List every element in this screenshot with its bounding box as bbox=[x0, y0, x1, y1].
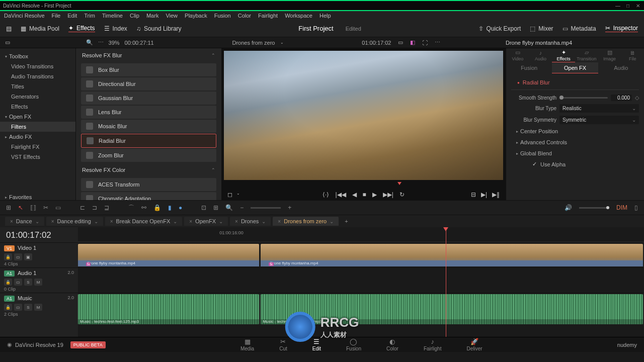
insp-tab-effects[interactable]: ✦Effects bbox=[552, 48, 575, 62]
viewer-scrubber[interactable] bbox=[221, 180, 506, 189]
mute-button[interactable]: M bbox=[34, 304, 42, 311]
page-color[interactable]: ◐Color bbox=[386, 338, 398, 351]
menu-trim[interactable]: Trim bbox=[84, 13, 95, 19]
fx-radial-blur[interactable]: Radial Blur bbox=[81, 134, 216, 148]
metadata-button[interactable]: ▭Metadata bbox=[562, 25, 596, 32]
arm-icon[interactable]: ▭ bbox=[14, 279, 22, 286]
zoom-out-icon[interactable]: − bbox=[240, 204, 244, 211]
marker-icon[interactable]: ● bbox=[179, 204, 182, 211]
menu-file[interactable]: File bbox=[52, 13, 61, 19]
fx-group-color[interactable]: Resolve FX Color⌃ bbox=[76, 163, 221, 177]
snap-icon[interactable]: ⌒ bbox=[128, 204, 134, 212]
insp-tab-file[interactable]: 🗎File bbox=[621, 48, 644, 62]
page-media[interactable]: ▦Media bbox=[240, 338, 254, 351]
step-fwd-icon[interactable]: ▶▶| bbox=[383, 191, 393, 198]
flag-icon[interactable]: ▮ bbox=[168, 204, 172, 211]
replace-clip-icon[interactable]: ⊒ bbox=[104, 204, 109, 211]
opacity-value[interactable]: 39% bbox=[109, 40, 120, 46]
smooth-strength-slider[interactable] bbox=[559, 97, 608, 99]
search-icon[interactable]: 🔍 bbox=[86, 39, 93, 46]
fx-directional-blur[interactable]: Directional Blur bbox=[81, 77, 216, 90]
track-head-v1[interactable]: V1Video 1 🔒▭▣ 4 Clips bbox=[0, 242, 78, 267]
track-head-a1[interactable]: A1Audio 1 2.0 🔒▭SM 0 Clip bbox=[0, 267, 78, 293]
nav-openfx[interactable]: Open FX bbox=[0, 112, 75, 122]
v1-badge[interactable]: V1 bbox=[4, 245, 15, 251]
go-start-icon[interactable]: |◀◀ bbox=[335, 191, 346, 198]
insp-tab-video[interactable]: ▭Video bbox=[506, 48, 529, 62]
menu-mark[interactable]: Mark bbox=[146, 13, 158, 19]
dim-button[interactable]: DIM bbox=[616, 204, 627, 211]
nav-effects[interactable]: Effects bbox=[0, 102, 75, 112]
fx-gaussian-blur[interactable]: Gaussian Blur bbox=[81, 92, 216, 105]
timeline-tab[interactable]: ×Drones⌄ bbox=[230, 217, 271, 226]
menu-workspace[interactable]: Workspace bbox=[285, 13, 312, 19]
timeline-tab[interactable]: ×OpenFX⌄ bbox=[184, 217, 228, 226]
mute-button[interactable]: M bbox=[34, 279, 42, 286]
fx-lens-blur[interactable]: Lens Blur bbox=[81, 106, 216, 119]
menu-fusion[interactable]: Fusion bbox=[214, 13, 231, 19]
add-timeline-button[interactable]: + bbox=[341, 217, 352, 226]
chevron-down-icon[interactable]: ⌄ bbox=[280, 40, 284, 45]
loop-icon[interactable]: ↻ bbox=[399, 191, 405, 198]
step-back-icon[interactable]: ◀ bbox=[352, 191, 357, 198]
nav-fairlight-fx[interactable]: Fairlight FX bbox=[0, 142, 75, 152]
timeline-timecode[interactable]: 01:00:17:02 bbox=[0, 227, 78, 242]
left-toggle-icon[interactable]: ▭ bbox=[5, 39, 15, 46]
sound-library-button[interactable]: ♫Sound Library bbox=[136, 25, 182, 32]
timeline-body[interactable]: 01:00:16:00 fxDrone flyby montanha.mp4 f… bbox=[78, 227, 644, 337]
insp-tab-audio[interactable]: ♪Audio bbox=[529, 48, 552, 62]
timeline-ruler[interactable]: 01:00:16:00 bbox=[78, 227, 644, 242]
prev-edit-icon[interactable]: ⟨·⟩ bbox=[323, 191, 329, 198]
mute-icon[interactable]: 🔊 bbox=[565, 204, 572, 211]
link-icon[interactable]: ⚯ bbox=[141, 204, 146, 211]
nav-filters[interactable]: Filters bbox=[0, 122, 75, 132]
viewer-mode-icon[interactable]: ▭ bbox=[398, 39, 403, 46]
nav-vst-effects[interactable]: VST Effects bbox=[0, 152, 75, 162]
menu-fairlight[interactable]: Fairlight bbox=[258, 13, 278, 19]
overwrite-clip-icon[interactable]: ⊐ bbox=[92, 204, 97, 211]
timeline-tab[interactable]: ×Dance editing⌄ bbox=[46, 217, 103, 226]
video-clip[interactable]: fxDrone flyby montanha.mp4 bbox=[78, 244, 259, 266]
arm-icon[interactable]: ▭ bbox=[14, 304, 22, 311]
selection-tool-icon[interactable]: ↖ bbox=[18, 204, 23, 211]
insp-tab-transition[interactable]: ▱Transition bbox=[575, 48, 598, 62]
page-edit[interactable]: ☰Edit bbox=[312, 338, 321, 351]
blur-symmetry-select[interactable]: Symmetric bbox=[559, 116, 639, 124]
minimize-icon[interactable]: — bbox=[615, 3, 621, 9]
stop-icon[interactable]: ■ bbox=[363, 191, 366, 198]
keyframe-icon[interactable]: ◇ bbox=[635, 95, 639, 101]
auto-select-icon[interactable]: ▭ bbox=[14, 253, 22, 260]
lock-icon[interactable]: 🔒 bbox=[4, 304, 12, 311]
chevron-down-icon[interactable]: ⌄ bbox=[236, 191, 240, 198]
nav-toolbox[interactable]: Toolbox bbox=[0, 51, 75, 61]
page-fairlight[interactable]: ♪Fairlight bbox=[424, 338, 442, 351]
timeline-tab[interactable]: ×Break Dance OpenFX⌄ bbox=[105, 217, 182, 226]
fx-group-blur[interactable]: Resolve FX Blur⌃ bbox=[76, 48, 221, 62]
zoom-detail-icon[interactable]: ⊞ bbox=[213, 204, 218, 211]
close-icon[interactable]: × bbox=[110, 219, 113, 224]
timeline-tab[interactable]: ×Dance⌄ bbox=[5, 217, 44, 226]
zoom-custom-icon[interactable]: 🔍 bbox=[225, 204, 233, 211]
nav-generators[interactable]: Generators bbox=[0, 92, 75, 102]
volume-slider[interactable] bbox=[579, 207, 609, 209]
insp-sub-audio[interactable]: Audio bbox=[598, 62, 644, 73]
zoom-in-icon[interactable]: + bbox=[288, 204, 291, 211]
insert-tool-icon[interactable]: ▭ bbox=[55, 204, 61, 211]
options-icon[interactable]: ⋯ bbox=[98, 39, 104, 46]
fx-zoom-blur[interactable]: Zoom Blur bbox=[81, 149, 216, 162]
menu-color[interactable]: Color bbox=[238, 13, 251, 19]
smooth-strength-value[interactable]: 0.000 bbox=[611, 95, 632, 101]
menu-timeline[interactable]: Timeline bbox=[102, 13, 123, 19]
insp-tab-image[interactable]: ▧Image bbox=[598, 48, 621, 62]
fx-aces-transform[interactable]: ACES Transform bbox=[81, 178, 216, 191]
insp-section-center[interactable]: Center Position bbox=[511, 126, 639, 137]
solo-button[interactable]: S bbox=[24, 304, 32, 311]
blade-tool-icon[interactable]: ✂ bbox=[43, 204, 48, 211]
menu-edit[interactable]: Edit bbox=[67, 13, 77, 19]
trim-tool-icon[interactable]: ⟦⟧ bbox=[30, 204, 36, 211]
fx-chromatic-adaptation[interactable]: Chromatic Adaptation bbox=[81, 192, 216, 200]
nav-titles[interactable]: Titles bbox=[0, 81, 75, 92]
zoom-slider[interactable] bbox=[251, 207, 281, 209]
nav-video-transitions[interactable]: Video Transitions bbox=[0, 61, 75, 71]
insert-clip-icon[interactable]: ⊏ bbox=[80, 204, 85, 211]
